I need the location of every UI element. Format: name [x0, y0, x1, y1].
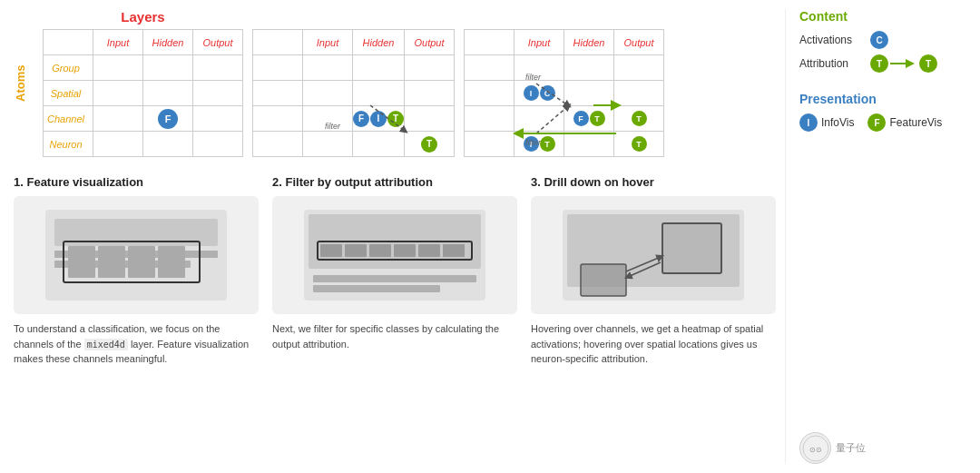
activations-label: Activations	[799, 34, 863, 46]
badge-t-2a: T	[387, 111, 404, 127]
badge-i-3b: I	[524, 136, 539, 152]
badge-i-3a: I	[524, 85, 539, 101]
attribution-arrow-svg	[890, 57, 917, 70]
step3-image	[531, 196, 776, 314]
right-panel: Content Activations C Attribution T	[785, 9, 966, 464]
matrix-section: Atoms Layers Input Hidden	[14, 9, 776, 157]
step2-image	[272, 196, 517, 314]
qr-icon: ⊙ ⊙	[799, 432, 831, 464]
svg-rect-23	[313, 275, 476, 282]
qr-area: ⊙ ⊙ 量子位	[799, 432, 966, 464]
matrix-wrapper: Layers Input Hidden Output	[43, 9, 664, 157]
attribution-badge-to: T	[919, 54, 937, 73]
col-input-3: Input	[514, 30, 564, 55]
matrix1: Input Hidden Output Group	[43, 29, 243, 157]
infovis-label: InfoVis	[821, 116, 854, 129]
step-1: 1. Feature visualization	[14, 175, 259, 367]
content-section: Content Activations C Attribution T	[799, 9, 966, 78]
content-title: Content	[799, 9, 966, 24]
presentation-section: Presentation I InfoVis F FeatureVis	[799, 92, 966, 132]
matrix1-grid: Input Hidden Output Group	[43, 29, 243, 157]
activations-row: Activations C	[799, 31, 966, 49]
featurevis-item: F FeatureVis	[867, 113, 942, 132]
step3-text: Hovering over channels, we get a heatmap…	[531, 321, 776, 367]
attribution-badge-from: T	[870, 54, 888, 73]
svg-rect-22	[443, 244, 465, 257]
row-spatial: Spatial	[44, 81, 93, 106]
svg-rect-21	[418, 244, 440, 257]
svg-rect-13	[158, 246, 185, 278]
step2-svg	[295, 201, 495, 310]
col-hidden-1: Hidden	[143, 30, 193, 55]
matrix2-grid: Input Hidden Output	[252, 29, 455, 157]
col-output-2: Output	[405, 30, 455, 55]
badge-t-3c: T	[540, 136, 555, 152]
attribution-label: Attribution	[799, 57, 863, 70]
step1-title: 1. Feature visualization	[14, 175, 259, 189]
matrix3-grid: Input Hidden Output	[464, 29, 664, 157]
col-input-2: Input	[303, 30, 353, 55]
svg-rect-17	[320, 244, 342, 257]
featurevis-badge: F	[867, 113, 886, 132]
svg-rect-19	[369, 244, 391, 257]
qr-label: 量子位	[836, 441, 866, 455]
qr-svg: ⊙ ⊙	[802, 435, 829, 462]
badge-f-1: F	[158, 109, 178, 129]
step2-text: Next, we filter for specific classes by …	[272, 321, 517, 351]
infovis-item: I InfoVis	[799, 113, 854, 132]
badge-c-3: C	[540, 85, 555, 101]
svg-rect-20	[394, 244, 416, 257]
row-channel: Channel	[44, 106, 93, 132]
col-output-3: Output	[614, 30, 664, 55]
badge-i-2: I	[370, 111, 387, 127]
step3-svg	[554, 201, 753, 310]
infovis-badge: I	[799, 113, 818, 132]
row-neuron: Neuron	[44, 132, 93, 157]
svg-rect-12	[128, 246, 155, 278]
attribution-row: Attribution T T	[799, 54, 966, 73]
featurevis-label: FeatureVis	[889, 116, 942, 129]
col-hidden-2: Hidden	[353, 30, 405, 55]
svg-rect-28	[662, 223, 721, 273]
col-output-1: Output	[193, 30, 243, 55]
row-group: Group	[44, 55, 93, 81]
matrix2: Input Hidden Output	[252, 29, 455, 157]
atoms-label: Atoms	[14, 9, 27, 157]
presentation-title: Presentation	[799, 92, 966, 106]
col-input-1: Input	[93, 30, 143, 55]
svg-rect-24	[313, 285, 440, 292]
matrix3: Input Hidden Output	[464, 29, 664, 157]
layers-title: Layers	[121, 9, 164, 25]
svg-rect-18	[345, 244, 367, 257]
badge-t-3a: T	[590, 111, 605, 126]
step1-image	[14, 196, 259, 314]
badge-t-3d: T	[632, 136, 647, 152]
step1-svg	[36, 201, 236, 310]
svg-rect-11	[98, 246, 125, 278]
attribution-badges: T T	[870, 54, 937, 73]
step-3: 3. Drill down on hover	[531, 175, 776, 367]
left-panel: Atoms Layers Input Hidden	[14, 9, 776, 464]
svg-text:⊙: ⊙	[809, 446, 816, 454]
svg-text:⊙: ⊙	[816, 446, 822, 454]
svg-rect-27	[581, 264, 626, 296]
badge-f-3: F	[573, 111, 589, 126]
badge-t-3b: T	[632, 111, 647, 126]
steps-section: 1. Feature visualization	[14, 175, 776, 367]
step2-title: 2. Filter by output attribution	[272, 175, 517, 189]
step3-title: 3. Drill down on hover	[531, 175, 776, 189]
main-container: Atoms Layers Input Hidden	[0, 0, 980, 473]
badge-t-2b: T	[421, 136, 437, 153]
col-hidden-3: Hidden	[564, 30, 614, 55]
activations-badge: C	[870, 31, 888, 49]
svg-rect-10	[68, 246, 95, 278]
step-2: 2. Filter by output attribution	[272, 175, 517, 367]
presentation-row: I InfoVis F FeatureVis	[799, 113, 966, 132]
badge-f-2: F	[353, 111, 369, 127]
step1-text: To understand a classification, we focus…	[14, 321, 259, 367]
